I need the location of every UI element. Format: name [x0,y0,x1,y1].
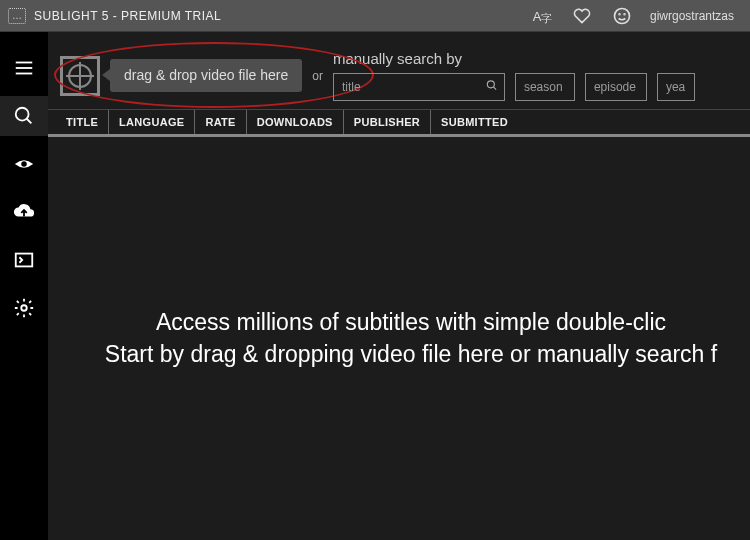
sidebar-item-settings[interactable] [0,288,48,328]
manual-search-label: manually search by [333,50,738,67]
svg-point-8 [16,108,29,121]
svg-line-9 [27,119,32,124]
hero-line-2: Start by drag & dropping video file here… [105,339,717,370]
col-title[interactable]: TITLE [56,110,109,134]
svg-rect-11 [16,254,33,267]
search-icon[interactable] [485,79,499,96]
year-input[interactable] [657,73,695,101]
app-title: SUBLIGHT 5 - PREMIUM TRIAL [34,9,221,23]
col-rate[interactable]: RATE [195,110,246,134]
main-panel: drag & drop video file here or manually … [48,32,750,540]
svg-point-12 [21,305,27,311]
sidebar-item-terminal[interactable] [0,240,48,280]
svg-point-2 [614,8,629,23]
col-publisher[interactable]: PUBLISHER [344,110,431,134]
svg-point-10 [21,161,27,167]
hero-line-1: Access millions of subtitles with simple… [156,307,666,338]
col-downloads[interactable]: DOWNLOADS [247,110,344,134]
favorite-icon[interactable] [562,0,602,32]
svg-point-4 [624,13,625,14]
app-icon: … [8,8,26,24]
col-language[interactable]: LANGUAGE [109,110,195,134]
sidebar-item-menu[interactable] [0,48,48,88]
sidebar [0,32,48,540]
col-submitted[interactable]: SUBMITTED [431,110,518,134]
target-icon [60,56,100,96]
dropzone[interactable]: drag & drop video file here [56,56,302,96]
results-table-header: TITLE LANGUAGE RATE DOWNLOADS PUBLISHER … [48,109,750,137]
sidebar-item-search[interactable] [0,96,48,136]
svg-text:字: 字 [541,12,552,24]
sidebar-item-upload[interactable] [0,192,48,232]
user-name[interactable]: giwrgostrantzas [642,9,742,23]
titlebar: … SUBLIGHT 5 - PREMIUM TRIAL A字 giwrgost… [0,0,750,32]
search-area: drag & drop video file here or manually … [48,32,750,109]
season-input[interactable] [515,73,575,101]
feedback-icon[interactable] [602,0,642,32]
svg-line-14 [493,87,496,90]
title-input[interactable] [333,73,505,101]
sidebar-item-visibility[interactable] [0,144,48,184]
episode-input[interactable] [585,73,647,101]
language-icon[interactable]: A字 [522,0,562,32]
svg-point-13 [487,81,494,88]
empty-state: Access millions of subtitles with simple… [48,137,750,540]
svg-point-3 [619,13,620,14]
manual-search: manually search by [333,50,738,101]
or-label: or [312,69,323,83]
dropzone-tooltip: drag & drop video file here [110,59,302,92]
